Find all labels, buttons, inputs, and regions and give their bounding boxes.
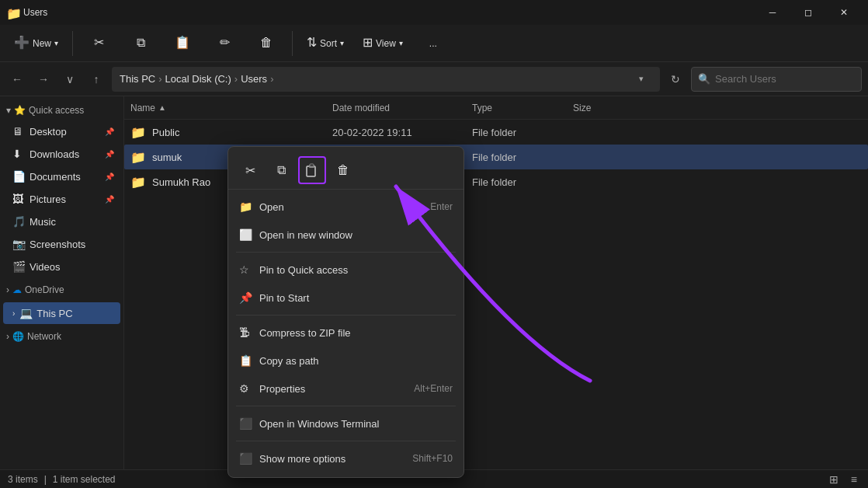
svg-rect-2 [310,164,314,166]
maximize-button[interactable]: ◻ [790,0,826,25]
search-icon: 🔍 [698,73,710,85]
cut-icon: ✂ [94,35,104,50]
onedrive-expand-icon: › [6,284,9,295]
sidebar-item-pictures[interactable]: 🖼 Pictures 📌 [3,188,120,210]
new-button[interactable]: ➕ New ▾ [6,28,66,59]
ctx-terminal-icon: ⬛ [239,417,252,430]
ctx-sep-4 [236,441,456,441]
delete-button[interactable]: 🗑 [247,28,286,59]
network-label: Network [27,331,61,342]
search-input[interactable] [715,73,855,85]
file-row-public[interactable]: 📁 Public 20-02-2022 19:11 File folder [124,120,868,145]
new-icon: ➕ [14,35,30,50]
paste-button[interactable]: 📋 [163,28,202,59]
sidebar-item-videos[interactable]: 🎬 Videos [3,256,120,277]
sidebar-item-desktop[interactable]: 🖥 Desktop 📌 [3,120,120,142]
screenshots-icon: 📷 [12,238,25,250]
ctx-copy-path-label: Copy as path [259,355,453,367]
file-type-sumuk: File folder [466,152,567,163]
more-button[interactable]: ... [414,28,453,59]
view-chevron: ▾ [399,39,403,47]
network-expand-icon: › [6,331,9,342]
ctx-item-zip[interactable]: 🗜 Compress to ZIP file [228,319,464,347]
delete-icon: 🗑 [260,36,273,50]
sidebar-item-downloads[interactable]: ⬇ Downloads 📌 [3,143,120,165]
sidebar-item-music[interactable]: 🎵 Music [3,211,120,232]
context-menu: ✂ ⧉ 🗑 📁 Open Enter ⬜ Open in new window … [227,146,464,478]
onedrive-expand[interactable]: › ☁ OneDrive [0,281,123,299]
sidebar-item-screenshots[interactable]: 📷 Screenshots [3,233,120,255]
ctx-pin-quick-icon: ☆ [239,263,252,276]
ctx-new-window-icon: ⬜ [239,228,252,241]
ctx-item-properties[interactable]: ⚙ Properties Alt+Enter [228,375,464,403]
path-local-disk[interactable]: Local Disk (C:) [165,73,231,85]
music-icon: 🎵 [12,215,25,228]
quick-access-expand[interactable]: ▾ ⭐ Quick access [0,101,123,120]
this-pc-icon: 💻 [19,307,32,319]
sort-button[interactable]: ⇅ Sort ▾ [299,28,352,59]
more-label: ... [429,38,437,49]
back-button[interactable]: ← [6,68,28,90]
ctx-paste-button[interactable] [298,156,326,184]
folder-icon-public: 📁 [130,125,146,140]
col-type: Type [466,103,567,113]
view-button[interactable]: ⊞ View ▾ [355,28,411,59]
rename-button[interactable]: ✏ [205,28,244,59]
path-dropdown[interactable]: ▾ [630,68,652,90]
expand-button[interactable]: ∨ [59,68,81,90]
pictures-label: Pictures [30,193,100,205]
path-sep-3: › [270,73,273,85]
title-bar-left: 📁 Users [6,6,47,19]
sidebar-item-this-pc[interactable]: › 💻 This PC [3,302,120,324]
status-sep-1: | [44,474,47,485]
sort-label: Sort [320,38,337,49]
view-icons-button[interactable]: ⊞ [826,472,842,487]
ctx-pin-start-label: Pin to Start [259,292,453,304]
search-box[interactable]: 🔍 [691,67,862,92]
folder-icon-sumuk: 📁 [130,150,146,165]
ctx-terminal-label: Open in Windows Terminal [259,418,453,430]
ctx-open-icon: 📁 [239,200,252,213]
ctx-item-more-options[interactable]: ⬛ Show more options Shift+F10 [228,444,464,472]
forward-button[interactable]: → [33,68,54,90]
ctx-delete-button[interactable]: 🗑 [329,156,357,184]
address-path[interactable]: This PC › Local Disk (C:) › Users › ▾ [112,67,660,92]
toolbar-separator-1 [72,31,73,56]
address-bar: ← → ∨ ↑ This PC › Local Disk (C:) › User… [0,62,868,96]
network-section: › 🌐 Network [0,327,123,346]
rename-icon: ✏ [220,35,230,50]
copy-icon: ⧉ [137,36,145,50]
ctx-copy-button[interactable]: ⧉ [267,156,295,184]
path-this-pc[interactable]: This PC [120,73,155,85]
pictures-pin: 📌 [105,195,114,204]
close-button[interactable]: ✕ [826,0,862,25]
ctx-item-new-window[interactable]: ⬜ Open in new window [228,221,464,249]
ctx-item-copy-path[interactable]: 📋 Copy as path [228,347,464,375]
up-button[interactable]: ↑ [85,68,107,90]
downloads-label: Downloads [30,148,100,160]
ctx-item-open[interactable]: 📁 Open Enter [228,193,464,221]
folder-icon-sumukh-rao: 📁 [130,175,146,190]
refresh-button[interactable]: ↻ [665,68,686,90]
network-expand[interactable]: › 🌐 Network [0,327,123,346]
path-sep-2: › [234,73,238,85]
this-pc-expand-icon: › [12,309,15,318]
copy-button[interactable]: ⧉ [121,28,160,59]
cut-button[interactable]: ✂ [79,28,118,59]
sidebar-item-documents[interactable]: 📄 Documents 📌 [3,166,120,187]
view-list-button[interactable]: ≡ [848,472,860,487]
ctx-properties-label: Properties [259,383,406,395]
ctx-copy-path-icon: 📋 [239,354,252,367]
minimize-button[interactable]: ─ [755,0,790,25]
context-menu-toolbar: ✂ ⧉ 🗑 [228,152,464,190]
videos-label: Videos [30,261,114,273]
ctx-item-terminal[interactable]: ⬛ Open in Windows Terminal [228,410,464,437]
ctx-item-pin-start[interactable]: 📌 Pin to Start [228,284,464,312]
ctx-item-pin-quick[interactable]: ☆ Pin to Quick access [228,256,464,284]
path-sep-1: › [158,73,161,85]
ctx-cut-button[interactable]: ✂ [236,156,264,184]
new-label: New [33,38,51,49]
path-users[interactable]: Users [241,73,267,85]
col-date: Date modified [326,103,466,113]
this-pc-section: › 💻 This PC [0,302,123,324]
